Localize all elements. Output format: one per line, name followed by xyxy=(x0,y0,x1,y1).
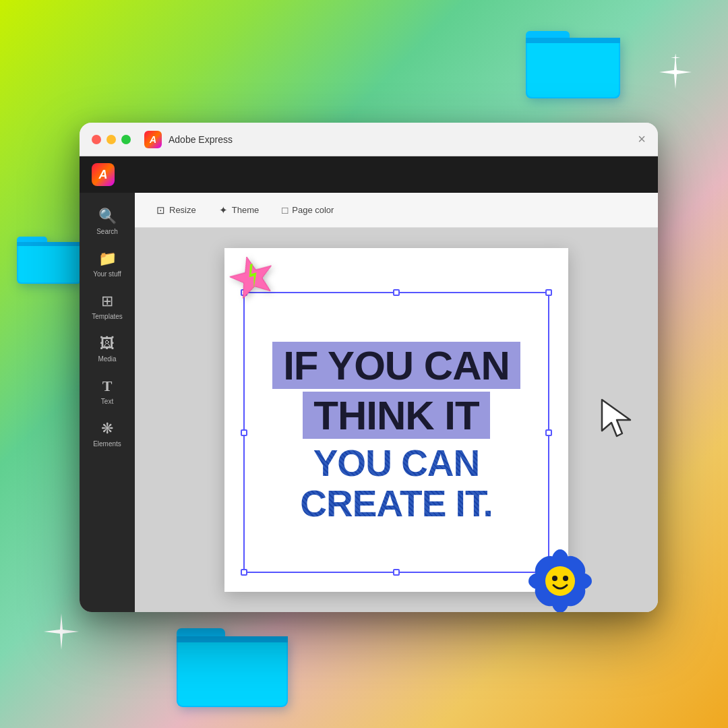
svg-point-22 xyxy=(545,566,575,596)
search-icon: 🔍 xyxy=(98,208,117,225)
sticker-flower xyxy=(526,547,594,612)
sidebar-item-media-label: Media xyxy=(98,355,116,363)
svg-rect-6 xyxy=(18,243,80,282)
highlighted-text-block2: THINK IT xyxy=(303,392,489,439)
sidebar-item-elements[interactable]: ❋ Elements xyxy=(80,413,135,454)
title-bar: A Adobe Express × xyxy=(80,123,658,156)
sidebar-item-templates-label: Templates xyxy=(92,313,123,320)
sparkle-top-right xyxy=(657,54,694,94)
resize-button[interactable]: ⊡ Resize xyxy=(147,200,206,220)
main-layout: 🔍 Search 📁 Your stuff ⊞ Templates 🖼 Medi… xyxy=(80,193,658,612)
sidebar-item-your-stuff[interactable]: 📁 Your stuff xyxy=(80,243,135,284)
sidebar-item-media[interactable]: 🖼 Media xyxy=(80,328,135,369)
maximize-button[interactable] xyxy=(121,135,131,144)
bg-folder-top-right xyxy=(526,26,624,106)
page-color-icon: □ xyxy=(282,204,288,216)
design-canvas[interactable]: IF YOU CAN THINK IT YOU CAN CREATE IT. xyxy=(224,248,568,592)
text-icon: T xyxy=(102,377,113,395)
theme-label: Theme xyxy=(232,205,259,215)
folder-icon: 📁 xyxy=(98,250,117,268)
svg-rect-3 xyxy=(526,38,620,43)
highlighted-text-block: IF YOU CAN xyxy=(272,342,520,389)
sparkle-bottom-left xyxy=(42,612,81,654)
sidebar-item-search-label: Search xyxy=(96,228,118,235)
title-bar-text: Adobe Express xyxy=(169,134,631,145)
sidebar-item-text-label: Text xyxy=(101,398,113,405)
canvas-text-area: IF YOU CAN THINK IT YOU CAN CREATE IT. xyxy=(243,292,549,573)
toolbar: ⊡ Resize ✦ Theme □ Page color xyxy=(135,193,658,228)
canvas-text-line3: YOU CAN xyxy=(313,444,480,483)
bg-folder-bottom xyxy=(177,623,291,713)
svg-point-23 xyxy=(552,576,557,581)
sidebar-item-text[interactable]: T Text xyxy=(80,371,135,412)
sidebar-item-templates[interactable]: ⊞ Templates xyxy=(80,286,135,327)
sidebar: 🔍 Search 📁 Your stuff ⊞ Templates 🖼 Medi… xyxy=(80,193,135,612)
close-button[interactable] xyxy=(92,135,101,144)
svg-rect-10 xyxy=(178,638,286,706)
page-color-button[interactable]: □ Page color xyxy=(272,200,343,220)
svg-rect-2 xyxy=(527,39,619,97)
elements-icon: ❋ xyxy=(101,420,113,437)
browser-window: A Adobe Express × A 🔍 Search 📁 Your stuf… xyxy=(80,123,658,612)
canvas-area: ⊡ Resize ✦ Theme □ Page color xyxy=(135,193,658,612)
adobe-express-logo: A xyxy=(92,163,115,186)
resize-icon: ⊡ xyxy=(156,204,165,216)
canvas-container: IF YOU CAN THINK IT YOU CAN CREATE IT. xyxy=(135,228,658,612)
theme-button[interactable]: ✦ Theme xyxy=(210,200,268,220)
app-topbar: A xyxy=(80,156,658,193)
sidebar-item-search[interactable]: 🔍 Search xyxy=(80,201,135,242)
svg-point-24 xyxy=(563,576,568,581)
svg-rect-11 xyxy=(177,636,288,642)
canvas-text-line2: THINK IT xyxy=(313,396,479,436)
svg-rect-7 xyxy=(17,242,82,246)
canvas-text-line1: IF YOU CAN xyxy=(283,346,510,386)
theme-icon: ✦ xyxy=(219,204,228,216)
window-controls xyxy=(92,135,131,144)
sidebar-item-your-stuff-label: Your stuff xyxy=(93,270,121,278)
minimize-button[interactable] xyxy=(107,135,116,144)
resize-label: Resize xyxy=(169,205,196,215)
canvas-text-line4: CREATE IT. xyxy=(300,485,492,524)
bg-folder-left xyxy=(17,233,84,289)
app-icon-titlebar: A xyxy=(144,131,162,148)
page-color-label: Page color xyxy=(292,205,334,215)
templates-icon: ⊞ xyxy=(101,293,113,310)
title-bar-close-icon[interactable]: × xyxy=(638,131,646,147)
cursor-arrow xyxy=(601,398,634,442)
sidebar-item-elements-label: Elements xyxy=(93,440,121,448)
svg-marker-25 xyxy=(602,400,630,436)
app-content: A 🔍 Search 📁 Your stuff ⊞ Templates xyxy=(80,156,658,612)
media-icon: 🖼 xyxy=(100,335,115,353)
